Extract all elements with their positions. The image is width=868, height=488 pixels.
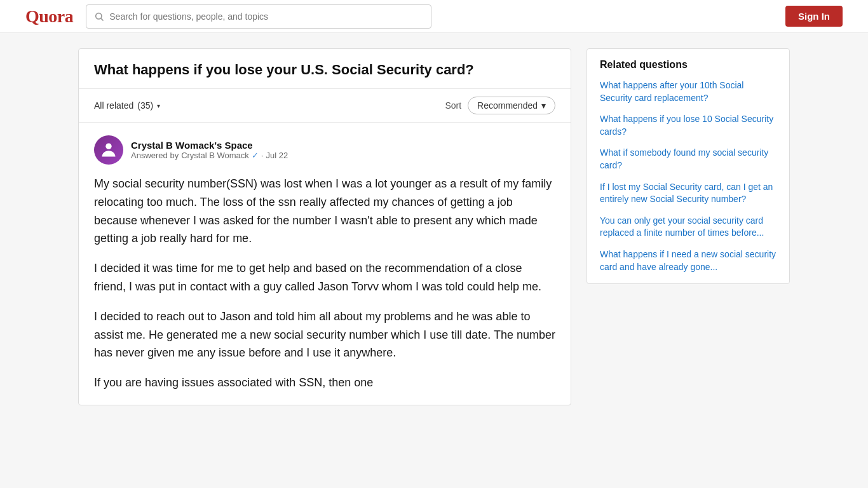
sort-label: Sort <box>445 100 461 111</box>
answer-paragraph-3: I decided to reach out to Jason and told… <box>94 308 555 362</box>
related-question-link-1[interactable]: What happens after your 10th Social Secu… <box>600 80 743 103</box>
sidebar: Related questions What happens after you… <box>587 48 790 284</box>
sort-value: Recommended <box>477 100 538 111</box>
svg-point-2 <box>105 144 111 149</box>
related-questions-title: Related questions <box>600 59 776 71</box>
logo[interactable]: Quora <box>25 6 73 27</box>
question-title: What happens if you lose your U.S. Socia… <box>79 49 571 89</box>
related-questions-card: Related questions What happens after you… <box>587 48 790 284</box>
content-column: What happens if you lose your U.S. Socia… <box>78 48 571 405</box>
sort-chevron-icon: ▾ <box>541 100 546 111</box>
avatar <box>94 135 123 165</box>
related-questions-list: What happens after your 10th Social Secu… <box>600 79 776 273</box>
avatar-image <box>94 135 123 165</box>
all-related-toggle[interactable]: All related (35) ▾ <box>94 100 160 111</box>
list-item: What happens if I need a new social secu… <box>600 248 776 273</box>
question-card: What happens if you lose your U.S. Socia… <box>78 48 571 405</box>
search-icon <box>94 11 104 22</box>
author-meta-name[interactable]: Crystal B Womack <box>181 151 249 160</box>
answer-paragraph-2: I decided it was time for me to get help… <box>94 259 555 296</box>
main-container: What happens if you lose your U.S. Socia… <box>53 33 815 421</box>
author-info: Crystal B Womack's Space Answered by Cry… <box>131 140 288 160</box>
list-item: What happens if you lose 10 Social Secur… <box>600 113 776 138</box>
related-question-link-3[interactable]: What if somebody found my social securit… <box>600 147 768 170</box>
search-input[interactable] <box>109 11 423 22</box>
sort-dropdown[interactable]: Recommended ▾ <box>468 97 555 114</box>
all-related-label: All related <box>94 100 133 111</box>
answer-date: Jul 22 <box>266 151 288 160</box>
answer-paragraph-1: My social security number(SSN) was lost … <box>94 175 555 248</box>
author-name[interactable]: Crystal B Womack's Space <box>131 140 288 151</box>
list-item: What happens after your 10th Social Secu… <box>600 79 776 104</box>
related-question-link-2[interactable]: What happens if you lose 10 Social Secur… <box>600 114 773 137</box>
all-related-count: (35) <box>137 100 153 111</box>
chevron-down-icon: ▾ <box>157 102 160 109</box>
search-bar <box>86 4 431 29</box>
answer-author: Crystal B Womack's Space Answered by Cry… <box>94 135 555 165</box>
answer-body: My social security number(SSN) was lost … <box>94 175 555 392</box>
related-question-link-5[interactable]: You can only get your social security ca… <box>600 215 764 238</box>
list-item: You can only get your social security ca… <box>600 215 776 240</box>
sort-area: Sort Recommended ▾ <box>445 97 555 114</box>
svg-line-1 <box>101 18 103 20</box>
list-item: What if somebody found my social securit… <box>600 147 776 172</box>
answer-paragraph-4: If you are having issues associated with… <box>94 374 555 392</box>
answer-date-separator: · <box>261 151 264 160</box>
answer-card: Crystal B Womack's Space Answered by Cry… <box>79 123 571 405</box>
list-item: If I lost my Social Security card, can I… <box>600 181 776 206</box>
author-meta: Answered by Crystal B Womack ✓ · Jul 22 <box>131 151 288 160</box>
related-question-link-4[interactable]: If I lost my Social Security card, can I… <box>600 182 773 205</box>
sign-in-button[interactable]: Sign In <box>785 6 843 27</box>
answered-by-prefix: Answered by <box>131 151 179 160</box>
verified-badge-icon: ✓ <box>252 151 259 160</box>
filters-bar: All related (35) ▾ Sort Recommended ▾ <box>79 89 571 123</box>
related-question-link-6[interactable]: What happens if I need a new social secu… <box>600 249 776 272</box>
header: Quora Sign In <box>0 0 868 33</box>
